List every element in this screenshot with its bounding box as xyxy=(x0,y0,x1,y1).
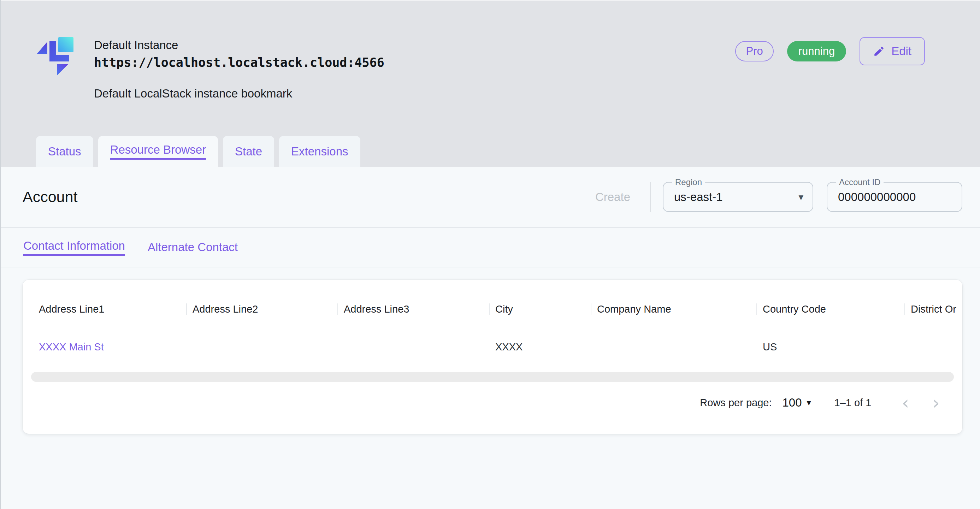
cell-city: XXXX xyxy=(489,341,591,353)
rows-per-page-select[interactable]: 100 ▾ xyxy=(782,396,811,409)
edit-button-label: Edit xyxy=(891,45,912,58)
instance-title: Default Instance xyxy=(94,38,384,52)
resource-actions: Create Region us-east-1 ▾ Account ID 000… xyxy=(595,182,963,212)
instance-header: Default Instance https://localhost.local… xyxy=(1,0,980,167)
table-header-row: Address Line1 Address Line2 Address Line… xyxy=(22,280,963,323)
chevron-right-icon[interactable]: › xyxy=(932,393,940,412)
create-button[interactable]: Create xyxy=(595,190,630,204)
column-header-address-line2[interactable]: Address Line2 xyxy=(186,304,337,315)
edit-button[interactable]: Edit xyxy=(859,37,925,65)
tab-resource-browser[interactable]: Resource Browser xyxy=(98,136,218,167)
instance-url: https://localhost.localstack.cloud:4566 xyxy=(94,55,384,71)
resource-header-row: Account Create Region us-east-1 ▾ Accoun… xyxy=(1,167,980,228)
subtab-contact-information[interactable]: Contact Information xyxy=(23,239,125,256)
actions-divider xyxy=(650,182,651,212)
tab-extensions[interactable]: Extensions xyxy=(279,136,360,167)
region-select[interactable]: Region us-east-1 ▾ xyxy=(663,182,813,212)
region-select-value: us-east-1 xyxy=(663,190,723,204)
chevron-left-icon[interactable]: ‹ xyxy=(902,393,909,412)
cell-country-code: US xyxy=(756,341,904,353)
column-header-district[interactable]: District Or xyxy=(904,304,963,315)
rows-per-page-label: Rows per page: xyxy=(700,397,772,409)
localstack-logo-icon xyxy=(36,33,78,77)
horizontal-scrollbar[interactable] xyxy=(31,372,954,382)
dropdown-caret-icon: ▾ xyxy=(799,191,803,203)
instance-subtitle: Default LocalStack instance bookmark xyxy=(94,87,384,100)
table-row[interactable]: XXXX Main St XXXX US xyxy=(22,323,963,371)
column-header-company-name[interactable]: Company Name xyxy=(591,304,756,315)
pencil-icon xyxy=(873,45,885,57)
running-status-badge: running xyxy=(787,41,846,62)
account-id-value: 000000000000 xyxy=(827,190,916,204)
contact-information-card: Address Line1 Address Line2 Address Line… xyxy=(22,280,963,434)
column-header-address-line3[interactable]: Address Line3 xyxy=(337,304,489,315)
column-header-country-code[interactable]: Country Code xyxy=(756,304,904,315)
resource-browser-panel: Account Create Region us-east-1 ▾ Accoun… xyxy=(1,167,980,509)
tab-status[interactable]: Status xyxy=(36,136,93,167)
localstack-app-window: Default Instance https://localhost.local… xyxy=(0,0,980,509)
instance-identity: Default Instance https://localhost.local… xyxy=(36,33,384,100)
column-header-address-line1[interactable]: Address Line1 xyxy=(22,304,186,315)
pagination-bar: Rows per page: 100 ▾ 1–1 of 1 ‹ › xyxy=(22,382,963,423)
resource-title: Account xyxy=(22,188,77,205)
region-select-label: Region xyxy=(672,177,705,188)
account-id-field[interactable]: Account ID 000000000000 xyxy=(827,182,963,212)
pagination-nav: ‹ › xyxy=(902,393,940,412)
rows-per-page-value: 100 xyxy=(782,396,802,409)
instance-tabs: Status Resource Browser State Extensions xyxy=(36,136,360,167)
account-subtabs: Contact Information Alternate Contact xyxy=(1,228,980,267)
tab-state[interactable]: State xyxy=(223,136,274,167)
instance-text-block: Default Instance https://localhost.local… xyxy=(94,33,384,100)
header-controls: Pro running Edit xyxy=(735,37,925,66)
subtab-alternate-contact[interactable]: Alternate Contact xyxy=(148,240,238,254)
account-id-label: Account ID xyxy=(836,177,883,188)
column-header-city[interactable]: City xyxy=(489,304,591,315)
dropdown-caret-icon: ▾ xyxy=(807,398,811,408)
pagination-range: 1–1 of 1 xyxy=(834,397,872,409)
cell-address-line1[interactable]: XXXX Main St xyxy=(22,341,186,353)
pro-badge: Pro xyxy=(735,41,773,62)
